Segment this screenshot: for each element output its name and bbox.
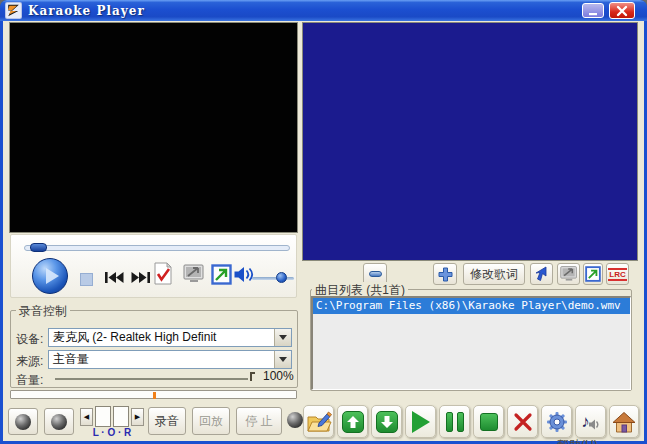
- check-document-button[interactable]: [152, 262, 173, 287]
- playback-button[interactable]: 回放: [192, 407, 230, 435]
- mute-button[interactable]: [233, 266, 254, 283]
- record-button[interactable]: 录音: [148, 407, 186, 435]
- delete-button[interactable]: [507, 405, 538, 438]
- balance-slider-right[interactable]: [113, 406, 129, 427]
- pause-icon: [446, 412, 464, 432]
- home-button[interactable]: [609, 405, 639, 438]
- minus-icon: [369, 271, 382, 277]
- recording-groupbox: [10, 310, 298, 388]
- next-icon: [131, 271, 151, 284]
- seek-thumb[interactable]: [30, 243, 47, 252]
- source-value: 主音量: [49, 351, 274, 368]
- open-file-button[interactable]: [303, 405, 334, 438]
- level-meter: [10, 390, 297, 399]
- up-arrow-icon: [342, 411, 364, 433]
- screen-arrow-icon: [585, 266, 601, 282]
- stop-button[interactable]: [80, 273, 93, 286]
- playlist[interactable]: C:\Program Files (x86)\Karaoke Player\de…: [311, 296, 631, 390]
- record-volume-thumb[interactable]: [250, 372, 252, 381]
- screen-arrow-icon: [211, 264, 232, 285]
- led-button-left[interactable]: [8, 408, 38, 435]
- level-meter-tick: [153, 392, 156, 399]
- led-indicator-icon: [15, 414, 31, 430]
- device-dropdown-button[interactable]: [274, 329, 291, 346]
- balance-control: ◀ ▶ L · O · R: [80, 408, 144, 438]
- volume-slider-thumb[interactable]: [276, 272, 287, 283]
- folder-edit-icon: [306, 410, 332, 434]
- source-dropdown-button[interactable]: [274, 351, 291, 368]
- x-icon: [513, 412, 533, 432]
- balance-left-button[interactable]: ◀: [80, 408, 93, 426]
- video-display[interactable]: [10, 23, 297, 232]
- chevron-down-icon: [279, 335, 287, 340]
- balance-slider-left[interactable]: [95, 406, 111, 427]
- minimize-button[interactable]: [582, 3, 604, 18]
- next-track-button[interactable]: [131, 271, 151, 284]
- record-volume-value: 100%: [263, 369, 294, 383]
- plus-icon: [438, 267, 453, 282]
- playlist-pause-button[interactable]: [439, 405, 470, 438]
- fullscreen-button-2[interactable]: [583, 263, 603, 285]
- close-icon: [616, 5, 628, 17]
- move-up-button[interactable]: [337, 405, 368, 438]
- device-combobox[interactable]: 麦克风 (2- Realtek High Definit: [48, 328, 292, 347]
- window-title: Karaoke Player: [28, 4, 145, 18]
- help-link[interactable]: 帮助(H): [557, 437, 598, 444]
- play-button[interactable]: [32, 258, 68, 294]
- play-icon: [46, 268, 59, 284]
- gear-icon: [546, 411, 568, 433]
- playlist-item-selected[interactable]: C:\Program Files (x86)\Karaoke Player\de…: [313, 298, 630, 314]
- playlist-play-button[interactable]: [405, 405, 436, 438]
- lrc-label: LRC: [608, 268, 626, 281]
- audio-settings-button[interactable]: ♪: [575, 405, 606, 438]
- balance-right-button[interactable]: ▶: [131, 408, 144, 426]
- lyrics-display[interactable]: [303, 23, 637, 260]
- small-speaker-icon: [588, 419, 600, 430]
- volume-label: 音量:: [16, 372, 43, 389]
- capture-display-button-2[interactable]: [557, 263, 580, 285]
- source-label: 来源:: [16, 353, 43, 370]
- move-down-button[interactable]: [371, 405, 402, 438]
- balance-label: L · O · R: [80, 427, 144, 438]
- device-value: 麦克风 (2- Realtek High Definit: [49, 329, 274, 346]
- app-icon: [5, 2, 22, 19]
- minimize-icon: [587, 6, 599, 16]
- application-window: Karaoke Player: [0, 0, 647, 444]
- display-icon: [182, 263, 206, 285]
- previous-track-button[interactable]: [104, 271, 124, 284]
- recording-group-label: 录音控制: [16, 303, 70, 320]
- stop-icon: [480, 413, 498, 431]
- previous-icon: [104, 271, 124, 284]
- assign-lyric-button[interactable]: [530, 263, 553, 285]
- record-status-led: [287, 412, 303, 428]
- seek-bar[interactable]: [24, 245, 290, 251]
- led-indicator-icon: [51, 414, 67, 430]
- add-track-button[interactable]: [433, 263, 457, 285]
- check-document-icon: [152, 262, 173, 287]
- volume-slider[interactable]: [252, 277, 294, 280]
- modify-lyrics-button[interactable]: 修改歌词: [463, 263, 525, 285]
- speaker-icon: [233, 266, 254, 283]
- play-icon: [412, 411, 430, 433]
- display-icon: [559, 265, 579, 283]
- down-arrow-icon: [376, 411, 398, 433]
- pointer-icon: [534, 266, 549, 282]
- close-button[interactable]: [609, 2, 635, 19]
- title-bar[interactable]: Karaoke Player: [0, 0, 647, 21]
- fullscreen-button[interactable]: [211, 264, 232, 285]
- source-combobox[interactable]: 主音量: [48, 350, 292, 369]
- playlist-stop-button[interactable]: [473, 405, 504, 438]
- device-label: 设备:: [16, 331, 43, 348]
- lrc-button[interactable]: LRC: [606, 263, 629, 285]
- led-button-right[interactable]: [44, 408, 74, 435]
- home-icon: [612, 411, 636, 433]
- record-volume-slider[interactable]: [55, 378, 248, 380]
- capture-display-button[interactable]: [182, 263, 206, 285]
- settings-button[interactable]: [541, 405, 572, 438]
- record-stop-button[interactable]: 停 止: [236, 407, 282, 435]
- chevron-down-icon: [279, 357, 287, 362]
